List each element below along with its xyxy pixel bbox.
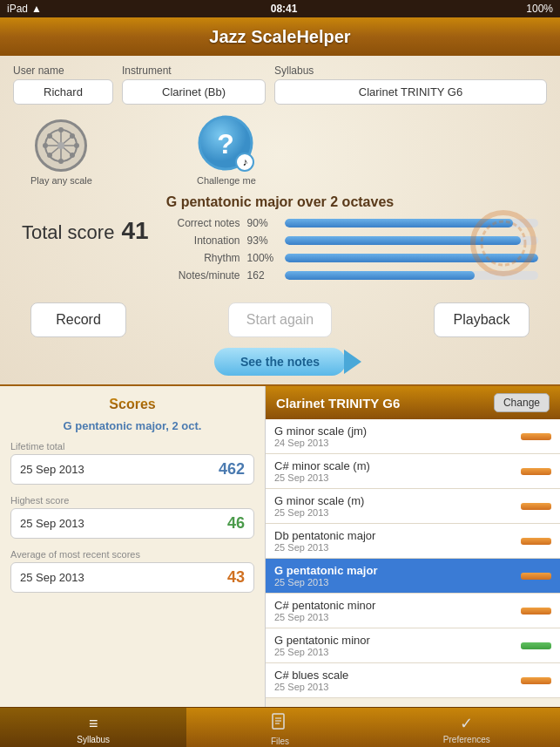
syllabus-list: G minor scale (jm) 24 Sep 2013 C# minor … <box>266 419 560 707</box>
score-row-label: Intonation <box>162 234 240 247</box>
tab-preferences[interactable]: ✓ Preferences <box>374 708 560 747</box>
syllabus-item-text: G pentatonic minor 25 Sep 2013 <box>274 634 370 657</box>
syllabus-button[interactable]: Clarinet TRINITY G6 <box>274 79 547 105</box>
syllabus-list-item[interactable]: G minor scale (m) 25 Sep 2013 <box>266 489 560 524</box>
syllabus-item-name: C# blues scale <box>274 669 348 682</box>
score-bars-container: Correct notes 90% Intonation 93% Rhythm … <box>162 217 538 287</box>
preferences-tab-icon: ✓ <box>460 714 473 733</box>
mini-bar <box>521 573 551 580</box>
syllabus-item-name: C# pentatonic minor <box>274 599 375 612</box>
tab-files[interactable]: Files <box>186 708 373 747</box>
lifetime-total-value: 462 <box>219 460 245 479</box>
syllabus-item-date: 24 Sep 2013 <box>274 438 367 448</box>
syllabus-panel-title: Clarinet TRINITY G6 <box>276 396 400 411</box>
highest-score-label: Highest score <box>10 495 254 506</box>
see-notes-button[interactable]: See the notes <box>214 348 346 376</box>
syllabus-item-name: Db pentatonic major <box>274 529 375 542</box>
total-score-value: 41 <box>121 217 148 245</box>
record-button[interactable]: Record <box>30 302 126 337</box>
syllabus-list-item[interactable]: Db pentatonic major 25 Sep 2013 <box>266 524 560 559</box>
status-bar-time: 08:41 <box>271 3 298 15</box>
syllabus-item-name: C# minor scale (m) <box>274 459 370 472</box>
score-row-pct: 100% <box>247 252 278 264</box>
highest-score-date: 25 Sep 2013 <box>20 517 84 530</box>
challenge-me-item[interactable]: ? ♪ Challenge me <box>197 115 256 186</box>
tab-bar: ≡ Syllabus Files ✓ Preferences <box>0 707 560 747</box>
syllabus-item-date: 25 Sep 2013 <box>274 577 377 587</box>
scale-title: G pentatonic major over 2 octaves <box>13 194 547 210</box>
top-row: User name Richard Instrument Clarinet (B… <box>13 65 547 105</box>
lifetime-total-date: 25 Sep 2013 <box>20 463 84 476</box>
syllabus-list-item[interactable]: C# blues scale 25 Sep 2013 <box>266 663 560 698</box>
wifi-icon: ▲ <box>31 3 42 15</box>
syllabus-list-item[interactable]: C# pentatonic minor 25 Sep 2013 <box>266 594 560 628</box>
score-row-pct: 90% <box>247 217 278 229</box>
mini-bar <box>521 433 551 440</box>
icons-row: Play any scale ? ♪ Challenge me <box>13 115 547 186</box>
mini-bar <box>521 608 551 615</box>
see-notes-wrapper[interactable]: See the notes <box>214 348 346 376</box>
score-row-pct: 93% <box>247 234 278 247</box>
see-notes-container: See the notes <box>13 348 547 376</box>
average-recent-value: 43 <box>227 568 245 587</box>
play-any-scale-item[interactable]: Play any scale <box>30 119 92 186</box>
user-button[interactable]: Richard <box>13 79 113 105</box>
tab-syllabus[interactable]: ≡ Syllabus <box>0 708 186 747</box>
syllabus-list-item[interactable]: C# minor scale (m) 25 Sep 2013 <box>266 454 560 489</box>
wheel-svg <box>42 126 80 165</box>
scores-subtitle: G pentatonic major, 2 oct. <box>10 419 254 432</box>
scores-panel: Scores G pentatonic major, 2 oct. Lifeti… <box>0 386 266 707</box>
challenge-icon-container[interactable]: ? ♪ <box>198 115 254 172</box>
see-notes-arrow <box>344 350 361 374</box>
syllabus-item-text: C# pentatonic minor 25 Sep 2013 <box>274 599 375 622</box>
syllabus-item-date: 25 Sep 2013 <box>274 507 364 518</box>
status-bar-right: 100% <box>526 3 553 15</box>
lifetime-total-stat: Lifetime total 25 Sep 2013 462 <box>10 441 254 485</box>
average-recent-date: 25 Sep 2013 <box>20 571 84 584</box>
lifetime-total-label: Lifetime total <box>10 441 254 452</box>
highest-score-value: 46 <box>227 514 245 533</box>
play-any-scale-icon[interactable] <box>35 119 87 172</box>
syllabus-item-text: C# blues scale 25 Sep 2013 <box>274 669 348 692</box>
mini-bar <box>521 468 551 475</box>
average-recent-stat: Average of most recent scores 25 Sep 201… <box>10 549 254 593</box>
syllabus-item-text: Db pentatonic major 25 Sep 2013 <box>274 529 375 553</box>
user-label: User name <box>13 65 113 77</box>
title-bar: Jazz ScaleHelper <box>0 17 560 56</box>
mini-bar <box>521 538 551 545</box>
syllabus-list-item[interactable]: G minor scale (jm) 24 Sep 2013 <box>266 419 560 454</box>
files-tab-label: Files <box>271 737 289 746</box>
syllabus-panel: Clarinet TRINITY G6 Change G minor scale… <box>266 386 560 707</box>
syllabus-list-item[interactable]: G pentatonic major 25 Sep 2013 <box>266 559 560 594</box>
bottom-section: Scores G pentatonic major, 2 oct. Lifeti… <box>0 384 560 707</box>
syllabus-item-date: 25 Sep 2013 <box>274 472 370 483</box>
challenge-me-label: Challenge me <box>197 175 256 186</box>
svg-text:?: ? <box>218 128 235 160</box>
syllabus-item-text: C# minor scale (m) 25 Sep 2013 <box>274 459 370 483</box>
highest-score-stat: Highest score 25 Sep 2013 46 <box>10 495 254 539</box>
mini-bar <box>521 642 551 649</box>
status-bar: iPad ▲ 08:41 100% <box>0 0 560 17</box>
change-button[interactable]: Change <box>494 393 550 412</box>
syllabus-list-item[interactable]: G pentatonic minor 25 Sep 2013 <box>266 628 560 663</box>
syllabus-tab-label: Syllabus <box>77 735 110 744</box>
syllabus-label: Syllabus <box>274 65 547 77</box>
syllabus-item-date: 25 Sep 2013 <box>274 682 348 692</box>
highest-score-row: 25 Sep 2013 46 <box>10 508 254 539</box>
playback-button[interactable]: Playback <box>434 302 530 337</box>
syllabus-item-name: G minor scale (jm) <box>274 424 367 438</box>
score-row-label: Notes/minute <box>162 269 240 282</box>
start-again-button[interactable]: Start again <box>228 302 332 337</box>
syllabus-header: Clarinet TRINITY G6 Change <box>266 386 560 419</box>
score-row-label: Correct notes <box>162 217 240 229</box>
syllabus-field: Syllabus Clarinet TRINITY G6 <box>274 65 547 105</box>
instrument-button[interactable]: Clarinet (Bb) <box>122 79 266 105</box>
syllabus-item-name: G minor scale (m) <box>274 494 364 507</box>
score-row-label: Rhythm <box>162 252 240 264</box>
svg-point-21 <box>482 221 525 265</box>
lifetime-total-row: 25 Sep 2013 462 <box>10 454 254 485</box>
mini-bar <box>521 503 551 510</box>
syllabus-item-text: G minor scale (jm) 24 Sep 2013 <box>274 424 367 448</box>
instrument-field: Instrument Clarinet (Bb) <box>122 65 266 105</box>
total-score-label: Total score <box>22 221 114 244</box>
